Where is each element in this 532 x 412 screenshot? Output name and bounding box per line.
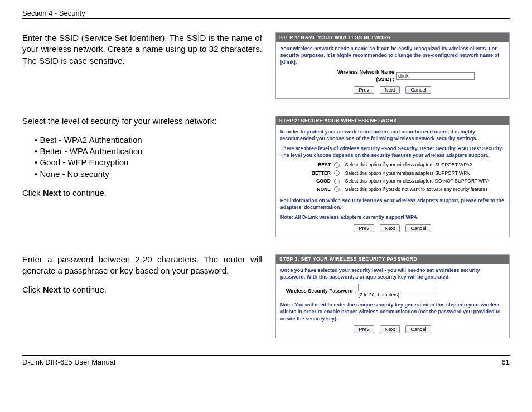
opt-best-desc: Select this option if your wireless adap… [345, 162, 505, 168]
step2-click: Click Next to continue. [22, 188, 262, 199]
step3-row: Enter a password between 2-20 characters… [22, 254, 510, 338]
password-hint: (2 to 20 characters) [358, 292, 399, 298]
opt-better-label: BETTER [297, 170, 331, 176]
step3-text: Enter a password between 2-20 characters… [22, 254, 262, 304]
step3-panel: STEP 3: SET YOUR WIRELESS SECURITY PASSW… [275, 254, 510, 338]
step1-panel: STEP 1: NAME YOUR WIRELESS NETWORK Your … [275, 32, 510, 99]
step3-click: Click Next to continue. [22, 284, 262, 295]
step1-row: Enter the SSID (Service Set Identifier).… [22, 32, 510, 99]
security-options: BEST Select this option if your wireless… [297, 162, 505, 193]
step2-bullets: Best - WPA2 Authentication Better - WPA … [35, 135, 262, 180]
step3-desc: Once you have selected your security lev… [280, 267, 505, 280]
next-button[interactable]: Next [380, 224, 400, 232]
bullet-better: Better - WPA Authentication [35, 146, 262, 157]
next-button[interactable]: Next [380, 325, 400, 333]
step2-buttons: Prev Next Cancel [280, 224, 505, 232]
cancel-button[interactable]: Cancel [405, 325, 431, 333]
bullet-best: Best - WPA2 Authentication [35, 135, 262, 146]
prev-button[interactable]: Prev [354, 224, 374, 232]
step2-note1: For information on which security featur… [280, 197, 505, 210]
opt-good-radio[interactable] [334, 179, 340, 184]
step1-title: STEP 1: NAME YOUR WIRELESS NETWORK [276, 33, 509, 42]
opt-none-desc: Select this option if you do not want to… [345, 186, 505, 193]
opt-none-radio[interactable] [334, 186, 340, 192]
bullet-none: None - No security [35, 169, 262, 180]
opt-best-label: BEST [297, 162, 331, 168]
step3-title: STEP 3: SET YOUR WIRELESS SECURITY PASSW… [276, 255, 509, 264]
step2-panel: STEP 2: SECURE YOUR WIRELESS NETWORK In … [275, 116, 510, 237]
step2-row: Select the level of security for your wi… [22, 116, 510, 237]
ssid-input[interactable] [396, 72, 475, 80]
page-footer: D-Link DIR-625 User Manual 61 [22, 355, 510, 366]
step3-note: Note: You will need to enter the unique … [280, 301, 505, 322]
step2-title: STEP 2: SECURE YOUR WIRELESS NETWORK [276, 116, 509, 125]
step1-desc: Your wireless network needs a name so it… [280, 45, 505, 65]
footer-manual: D-Link DIR-625 User Manual [22, 358, 115, 366]
cancel-button[interactable]: Cancel [405, 86, 431, 94]
opt-best-radio[interactable] [334, 162, 340, 168]
step2-text: Select the level of security for your wi… [22, 116, 262, 207]
password-field-row: Wireless Security Password : (2 to 20 ch… [286, 284, 505, 298]
step2-note2: Note: All D-Link wireless adapters curre… [280, 214, 505, 221]
step1-instruction: Enter the SSID (Service Set Identifier).… [22, 32, 262, 66]
section-label: Section 4 - Security [22, 9, 85, 17]
opt-none-label: NONE [297, 186, 331, 193]
footer-page: 61 [502, 358, 510, 366]
bullet-good: Good - WEP Encryption [35, 157, 262, 168]
step1-text: Enter the SSID (Service Set Identifier).… [22, 32, 262, 74]
step2-desc1: In order to protect your network from ha… [280, 128, 505, 142]
ssid-field-row: Wireless Network Name (SSID) : [280, 69, 505, 82]
password-input[interactable] [358, 284, 436, 291]
opt-good-desc: Select this option if your wireless adap… [345, 178, 505, 184]
prev-button[interactable]: Prev [354, 325, 374, 333]
step2-desc2: There are three levels of wireless secur… [280, 145, 505, 159]
prev-button[interactable]: Prev [354, 86, 374, 94]
cancel-button[interactable]: Cancel [405, 224, 431, 232]
next-button[interactable]: Next [380, 86, 400, 94]
opt-good-label: GOOD [297, 178, 331, 184]
step1-buttons: Prev Next Cancel [280, 86, 505, 94]
step3-buttons: Prev Next Cancel [280, 325, 505, 333]
step3-instruction: Enter a password between 2-20 characters… [22, 254, 262, 277]
ssid-label: Wireless Network Name (SSID) : [311, 69, 394, 82]
step2-intro: Select the level of security for your wi… [22, 116, 262, 127]
page-header: Section 4 - Security [22, 9, 510, 19]
opt-better-radio[interactable] [334, 170, 340, 176]
password-label: Wireless Security Password : [286, 288, 356, 294]
opt-better-desc: Select this option if your wireless adap… [345, 170, 505, 176]
